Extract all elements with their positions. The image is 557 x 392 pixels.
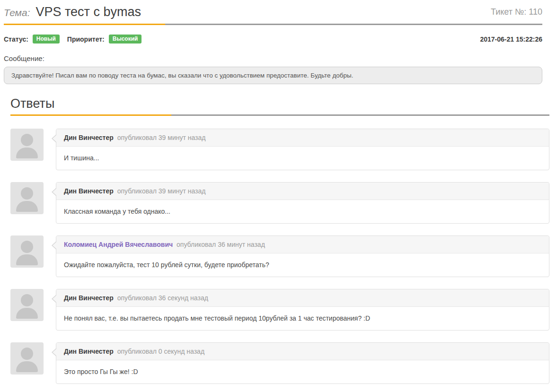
reply-body: И тишина... <box>56 147 549 170</box>
reply-body: Классная команда у тебя однако... <box>56 200 549 223</box>
reply-meta: опубликовал 39 минут назад <box>117 134 206 141</box>
title-row: Тема: VPS тест с bymas Тикет №: 110 <box>4 5 542 19</box>
priority-label: Приоритет: <box>67 35 105 43</box>
user-silhouette-icon <box>21 348 33 360</box>
replies-list: Дин Винчестер опубликовал 39 минут назад… <box>10 129 549 384</box>
status-label: Статус: <box>4 35 28 43</box>
avatar <box>10 182 44 214</box>
reply-header: Дин Винчестер опубликовал 36 секунд наза… <box>56 289 549 307</box>
reply-body: Ожидайте пожалуйста, тест 10 рублей сутк… <box>56 253 549 277</box>
reply-author-link[interactable]: Коломиец Андрей Вячеславович <box>64 241 173 248</box>
priority-badge: Высокий <box>109 35 142 44</box>
message-label: Сообщение: <box>4 54 542 62</box>
user-silhouette-icon <box>21 294 33 306</box>
reply-item: Дин Винчестер опубликовал 39 минут назад… <box>10 129 549 170</box>
reply-panel: Дин Винчестер опубликовал 39 минут назад… <box>56 129 549 170</box>
user-silhouette-icon <box>16 308 38 319</box>
replies-title: Ответы <box>10 96 549 111</box>
replies-section: Ответы Дин Винчестер опубликовал 39 мину… <box>10 96 549 384</box>
user-silhouette-icon <box>16 148 38 158</box>
user-silhouette-icon <box>21 134 33 146</box>
avatar <box>10 289 44 321</box>
reply-panel: Коломиец Андрей Вячеславович опубликовал… <box>56 235 549 277</box>
reply-meta: опубликовал 0 секунд назад <box>117 348 204 355</box>
reply-item: Дин Винчестер опубликовал 39 минут назад… <box>10 182 549 224</box>
topic-label: Тема: <box>4 7 30 18</box>
reply-meta: опубликовал 36 секунд назад <box>117 294 208 302</box>
reply-author: Дин Винчестер <box>64 348 114 355</box>
avatar <box>10 129 44 161</box>
replies-underline <box>10 114 549 116</box>
reply-panel: Дин Винчестер опубликовал 0 секунд назад… <box>56 342 549 384</box>
status-group: Статус: Новый Приоритет: Высокий <box>4 35 141 44</box>
title-underline <box>4 24 542 25</box>
created-timestamp: 2017-06-21 15:22:26 <box>480 35 542 43</box>
user-silhouette-icon <box>16 201 38 212</box>
reply-header: Дин Винчестер опубликовал 0 секунд назад <box>56 343 549 360</box>
status-badge: Новый <box>33 35 60 44</box>
reply-item: Дин Винчестер опубликовал 36 секунд наза… <box>10 289 549 331</box>
reply-panel: Дин Винчестер опубликовал 36 секунд наза… <box>56 289 549 331</box>
user-silhouette-icon <box>21 241 33 253</box>
reply-item: Коломиец Андрей Вячеславович опубликовал… <box>10 235 549 277</box>
avatar <box>10 235 44 268</box>
reply-meta: опубликовал 39 минут назад <box>117 187 206 195</box>
user-silhouette-icon <box>16 361 38 372</box>
reply-author: Дин Винчестер <box>64 187 114 195</box>
reply-panel: Дин Винчестер опубликовал 39 минут назад… <box>56 182 549 224</box>
reply-author: Дин Винчестер <box>64 294 114 302</box>
original-message-box: Здравствуйте! Писал вам по поводу теста … <box>4 67 542 84</box>
replies-underline-accent <box>10 114 171 116</box>
ticket-header-section: Тема: VPS тест с bymas Тикет №: 110 Стат… <box>4 0 542 84</box>
user-silhouette-icon <box>21 187 33 200</box>
reply-header: Дин Винчестер опубликовал 39 минут назад <box>56 183 549 200</box>
ticket-number: Тикет №: 110 <box>491 5 542 17</box>
page-title: VPS тест с bymas <box>35 5 141 19</box>
reply-body: Не понял вас, т.е. вы пытаетесь продать … <box>56 307 549 330</box>
reply-item: Дин Винчестер опубликовал 0 секунд назад… <box>10 342 549 384</box>
avatar <box>10 342 44 375</box>
reply-author: Дин Винчестер <box>64 134 114 141</box>
topic: Тема: VPS тест с bymas <box>4 5 141 19</box>
status-row: Статус: Новый Приоритет: Высокий 2017-06… <box>4 35 542 44</box>
reply-body: Это просто Гы Гы же! :D <box>56 360 549 383</box>
user-silhouette-icon <box>16 254 38 265</box>
reply-header: Коломиец Андрей Вячеславович опубликовал… <box>56 236 549 253</box>
reply-header: Дин Винчестер опубликовал 39 минут назад <box>56 129 549 147</box>
title-underline-accent <box>4 24 165 25</box>
reply-meta: опубликовал 36 минут назад <box>177 241 265 248</box>
